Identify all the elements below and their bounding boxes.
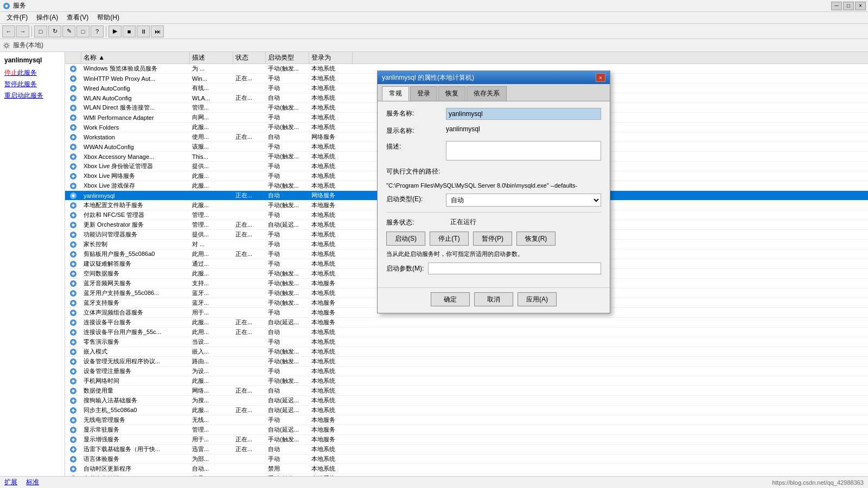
list-item[interactable]: 同步主机_55c086a0此服...正在...自动(延迟...本地系统 [65, 406, 868, 415]
menu-file[interactable]: 文件(F) [2, 12, 32, 23]
stop-button[interactable]: 停止(T) [430, 232, 469, 246]
service-desc-cell: 该服... [190, 143, 233, 151]
service-desc-cell: 路由... [190, 357, 233, 365]
start-hint: 当从此处启动服务时，你可指定所适用的启动参数。 [386, 250, 601, 258]
pause-button[interactable]: 暂停(P) [473, 232, 512, 246]
startup-select[interactable]: 自动 手动 禁用 自动(延迟启动) [446, 194, 601, 207]
minimize-button[interactable]: ─ [831, 2, 842, 10]
tab-dependencies[interactable]: 依存关系 [467, 86, 507, 101]
dialog-close-button[interactable]: × [596, 73, 605, 82]
service-startup-cell: 自动 [266, 328, 309, 336]
row-icon [65, 397, 81, 404]
service-startup-cell: 手动(触发... [266, 377, 309, 385]
service-name-cell: 空间数据服务 [81, 269, 190, 278]
list-item[interactable]: 数据使用量网络...正在...自动本地系统 [65, 386, 868, 396]
ok-button[interactable]: 确定 [431, 292, 470, 306]
start-service-button[interactable]: ▶ [108, 25, 122, 37]
row-icon [65, 475, 81, 477]
list-item[interactable]: 连接设备平台用户服务_55c...此用...正在...自动本地系统 [65, 328, 868, 337]
status-expand[interactable]: 扩展 [4, 478, 17, 487]
list-item[interactable]: 无线电管理服务无线...手动本地服务 [65, 415, 868, 425]
menu-view[interactable]: 查看(V) [62, 12, 93, 23]
svg-point-44 [70, 476, 76, 477]
view-button[interactable]: □ [34, 25, 47, 37]
menu-help[interactable]: 帮助(H) [93, 12, 124, 23]
dialog-tabs: 常规 登录 恢复 依存关系 [378, 84, 610, 101]
service-name-cell: 蓝牙音频网关服务 [81, 279, 190, 287]
display-name-label: 显示名称: [386, 125, 446, 136]
list-item[interactable]: 显示增强服务用于...正在...手动(触发...本地服务 [65, 435, 868, 445]
list-item[interactable]: 迅雷下载基础服务（用于快...迅雷...正在...自动本地系统 [65, 445, 868, 454]
list-item[interactable]: 自动时区更新程序自动...禁用本地系统 [65, 464, 868, 474]
field-path: 可执行文件的路径: [386, 166, 601, 176]
sidebar-pause-link[interactable]: 暂停此服务 [4, 80, 60, 89]
maximize-button[interactable]: □ [843, 2, 854, 10]
menu-action[interactable]: 操作(A) [32, 12, 62, 23]
sidebar-stop-link[interactable]: 停止此服务 [4, 68, 60, 78]
sidebar-restart-link[interactable]: 重启动此服务 [4, 91, 60, 100]
tab-recovery[interactable]: 恢复 [438, 86, 465, 101]
service-name-input[interactable] [446, 108, 601, 120]
desc-textarea[interactable] [446, 141, 601, 160]
cancel-button[interactable]: 取消 [474, 292, 513, 306]
display-name-value: yanlinmysql [446, 125, 601, 133]
row-icon [65, 407, 81, 414]
service-name-cell: 数据使用量 [81, 387, 190, 395]
list-item[interactable]: 设备管理无线应用程序协议...路由...手动(触发...本地系统 [65, 357, 868, 367]
sidebar-pause-text: 此服务 [17, 80, 37, 88]
service-name-cell: 设备管理注册服务 [81, 367, 190, 375]
row-icon [65, 94, 81, 102]
resume-button[interactable]: 恢复(R) [516, 232, 556, 246]
service-status-cell: 正在... [233, 445, 266, 453]
service-startup-cell: 手动(触发... [266, 299, 309, 307]
row-icon [65, 358, 81, 365]
back-button[interactable]: ← [2, 25, 15, 37]
forward-button[interactable]: → [16, 25, 29, 37]
row-icon [65, 85, 81, 92]
pause-service-button[interactable]: ⏸ [137, 25, 150, 37]
row-icon [65, 133, 81, 141]
service-startup-cell: 自动 [266, 387, 309, 395]
service-login-cell: 本地系统 [309, 396, 353, 404]
list-item[interactable]: 零售演示服务当设...手动本地系统 [65, 337, 868, 347]
status-bar: 扩展 标准 https://blog.csdn.net/qq_42988363 [0, 476, 868, 488]
properties-button[interactable]: □ [76, 25, 90, 37]
edit-button[interactable]: ✎ [62, 25, 75, 37]
service-startup-cell: 手动 [266, 113, 309, 121]
properties-dialog[interactable]: yanlinmysql 的属性(本地计算机) × 常规 登录 恢复 依存关系 服… [377, 70, 610, 313]
address-bar: 服务(本地) [0, 39, 868, 52]
status-standard[interactable]: 标准 [26, 478, 39, 487]
list-item[interactable]: 语言体验服务为部...手动本地系统 [65, 454, 868, 464]
close-button[interactable]: × [855, 2, 866, 10]
list-item[interactable]: 设备管理注册服务为设...手动本地系统 [65, 367, 868, 376]
tab-general[interactable]: 常规 [382, 86, 409, 101]
row-icon [65, 114, 81, 121]
start-button[interactable]: 启动(S) [386, 232, 425, 246]
service-login-cell: 本地服务 [309, 309, 353, 317]
col-status-header[interactable]: 状态 [233, 52, 266, 63]
help-button[interactable]: ? [91, 25, 104, 37]
col-desc-header[interactable]: 描述 [190, 52, 233, 63]
col-name-header[interactable]: 名称 ▲ [81, 52, 190, 63]
service-login-cell: 本地服务 [309, 201, 353, 209]
resume-service-button[interactable]: ⏭ [151, 25, 164, 37]
list-item[interactable]: 搜狗输入法基础服务为搜...自动(延迟...本地系统 [65, 396, 868, 406]
service-login-cell: 本地服务 [309, 426, 353, 434]
params-input[interactable] [428, 262, 601, 274]
list-item[interactable]: 嵌入模式嵌入...手动(触发...本地系统 [65, 347, 868, 357]
list-item[interactable]: 连接设备平台服务此服...正在...自动(延迟...本地服务 [65, 318, 868, 328]
service-startup-cell: 手动(触发... [266, 474, 309, 476]
apply-button[interactable]: 应用(A) [518, 292, 557, 306]
stop-service-button[interactable]: ■ [123, 25, 136, 37]
tab-login[interactable]: 登录 [410, 86, 437, 101]
refresh-button[interactable]: ↻ [48, 25, 61, 37]
list-item[interactable]: 自然身份验证信号...手动(触发...本地系统 [65, 474, 868, 476]
col-login-header[interactable]: 登录为 [309, 52, 353, 63]
dialog-title-bar: yanlinmysql 的属性(本地计算机) × [378, 71, 610, 84]
list-item[interactable]: 手机网络时间此服...手动(触发...本地系统 [65, 376, 868, 386]
col-startup-header[interactable]: 启动类型 [266, 52, 309, 63]
list-item[interactable]: 显示常驻服务管理...自动(延迟...本地服务 [65, 425, 868, 435]
service-login-cell: 本地服务 [309, 416, 353, 424]
service-login-cell: 本地系统 [309, 143, 353, 151]
service-login-cell: 本地系统 [309, 182, 353, 190]
